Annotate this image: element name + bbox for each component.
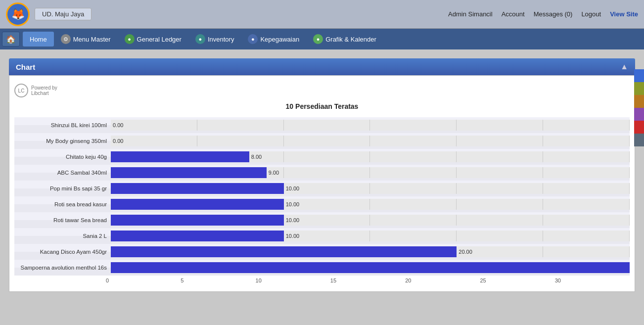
bar-label: Sampoerna avolution menthol 16s	[19, 265, 111, 271]
admin-label[interactable]: Admin Simancil	[448, 10, 493, 18]
bar-area: 10.00	[111, 231, 630, 241]
view-site-link[interactable]: View Site	[610, 10, 638, 18]
chart-xaxis: 051015202530	[106, 276, 630, 283]
xaxis-tick: 25	[480, 278, 554, 283]
nav-grafik[interactable]: ● Grafik & Kalender	[306, 32, 383, 46]
bar-fill	[111, 215, 284, 226]
xaxis-tick: 5	[181, 278, 255, 283]
bar-value: 0.00	[113, 138, 123, 144]
bar-value: 9.00	[269, 170, 279, 176]
bar-area: 0.00	[111, 136, 630, 146]
account-link[interactable]: Account	[502, 10, 525, 18]
bar-value: 8.00	[251, 154, 262, 160]
bar-label: Kacang Disco Ayam 450gr	[19, 249, 111, 255]
bar-area: 8.00	[111, 151, 630, 162]
inv-icon: ●	[195, 34, 205, 44]
logo-area: 🦊 UD. Maju Jaya	[6, 2, 92, 26]
color-swatch[interactable]	[634, 95, 644, 108]
xaxis-tick: 20	[405, 278, 480, 283]
bar-fill	[111, 246, 457, 257]
chart-powered-text: Powered byLibchart	[31, 85, 57, 96]
gl-icon: ●	[125, 34, 135, 44]
gear-icon: ⚙	[61, 34, 71, 44]
bar-label: Roti tawar Sea bread	[19, 217, 111, 223]
chart-container: LC Powered byLibchart 10 Persediaan Tera…	[9, 75, 635, 292]
chart-title: 10 Persediaan Teratas	[14, 102, 630, 110]
bar-fill	[111, 151, 249, 162]
bar-area: 10.00	[111, 215, 630, 226]
bar-value: 20.00	[459, 249, 472, 255]
nav-kepegawaian[interactable]: ● Kepegawaian	[241, 32, 306, 46]
chart-bar-row: Sampoerna avolution menthol 16s30.00	[19, 260, 630, 276]
bar-area: 10.00	[111, 199, 630, 210]
nav-kep-label: Kepegawaian	[260, 36, 299, 43]
chart-bar-row: ABC Sambal 340ml9.00	[19, 165, 630, 181]
top-nav: Admin Simancil Account Messages (0) Logo…	[448, 10, 638, 18]
color-swatch[interactable]	[634, 69, 644, 82]
chart-bars: Shinzui BL kirei 100ml0.00My Body ginsen…	[14, 117, 630, 276]
nav-menu-master-label: Menu Master	[73, 36, 111, 43]
messages-link[interactable]: Messages (0)	[534, 10, 573, 18]
bar-fill	[111, 199, 284, 210]
chart-bar-row: Sania 2 L10.00	[19, 228, 630, 244]
bar-fill	[111, 183, 284, 194]
page-content: Chart ▲ LC Powered byLibchart 10 Persedi…	[0, 49, 644, 297]
bar-value: 10.00	[286, 201, 300, 207]
bar-value: 10.00	[286, 186, 300, 191]
nav-bar: 🏠 Home ⚙ Menu Master ● General Ledger ● …	[0, 29, 644, 49]
bar-label: Sania 2 L	[19, 233, 111, 239]
section-header-icon: ▲	[620, 62, 628, 71]
bar-value: 10.00	[286, 233, 300, 239]
bar-label: My Body ginseng 350ml	[19, 138, 111, 144]
bar-value: 0.00	[113, 122, 123, 128]
nav-menu-master[interactable]: ⚙ Menu Master	[54, 32, 118, 46]
bar-label: ABC Sambal 340ml	[19, 170, 111, 176]
nav-home[interactable]: Home	[23, 32, 54, 46]
bar-value: 10.00	[286, 217, 300, 223]
kep-icon: ●	[248, 34, 258, 44]
chart-bar-row: Kacang Disco Ayam 450gr20.00	[19, 244, 630, 260]
nav-home-label: Home	[30, 36, 47, 43]
bar-label: Roti sea bread kasur	[19, 201, 111, 207]
home-icon-btn[interactable]: 🏠	[2, 32, 20, 46]
logout-link[interactable]: Logout	[581, 10, 601, 18]
nav-inventory[interactable]: ● Inventory	[188, 32, 241, 46]
chart-section-title: Chart	[16, 63, 35, 71]
bar-fill	[111, 167, 267, 178]
chart-bar-row: My Body ginseng 350ml0.00	[19, 133, 630, 149]
chart-bar-row: Roti sea bread kasur10.00	[19, 196, 630, 212]
color-swatch[interactable]	[634, 108, 644, 121]
nav-general-ledger[interactable]: ● General Ledger	[118, 32, 188, 46]
site-name: UD. Maju Jaya	[35, 8, 92, 20]
color-swatch[interactable]	[634, 134, 644, 146]
bar-label: Pop mini Bs sapi 35 gr	[19, 186, 111, 191]
nav-grafik-label: Grafik & Kalender	[325, 36, 376, 43]
xaxis-tick: 30	[555, 278, 630, 283]
color-swatch[interactable]	[634, 82, 644, 95]
chart-section-header: Chart ▲	[9, 58, 635, 75]
bar-area: 30.00	[111, 262, 630, 273]
libchart-icon: LC	[14, 84, 28, 97]
xaxis-tick: 0	[106, 278, 181, 283]
bar-fill	[111, 231, 284, 241]
bar-label: Shinzui BL kirei 100ml	[19, 122, 111, 128]
xaxis-tick: 15	[330, 278, 405, 283]
top-header: 🦊 UD. Maju Jaya Admin Simancil Account M…	[0, 0, 644, 29]
grafik-icon: ●	[313, 34, 323, 44]
chart-bar-row: Roti tawar Sea bread10.00	[19, 212, 630, 228]
chart-bar-row: Pop mini Bs sapi 35 gr10.00	[19, 181, 630, 196]
chart-powered: LC Powered byLibchart	[14, 84, 630, 97]
bar-area: 20.00	[111, 246, 630, 257]
bar-area: 9.00	[111, 167, 630, 178]
nav-inv-label: Inventory	[208, 36, 234, 43]
nav-gl-label: General Ledger	[137, 36, 182, 43]
color-swatches	[634, 69, 644, 146]
chart-bar-row: Chitato keju 40g8.00	[19, 149, 630, 165]
bar-label: Chitato keju 40g	[19, 154, 111, 160]
bar-area: 0.00	[111, 120, 630, 131]
xaxis-tick: 10	[256, 278, 330, 283]
bar-fill	[111, 262, 630, 273]
color-swatch[interactable]	[634, 121, 644, 134]
bar-area: 10.00	[111, 183, 630, 194]
chart-bar-row: Shinzui BL kirei 100ml0.00	[19, 117, 630, 133]
